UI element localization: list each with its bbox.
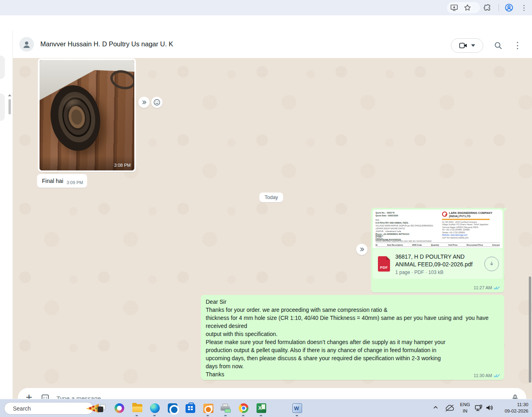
message-photo[interactable]: 3:08 PM [40,60,134,170]
chat-search-icon[interactable] [492,39,505,52]
running-indicator [153,415,156,416]
file-explorer-icon[interactable] [131,402,143,414]
chat-list-rail [0,31,13,414]
company-logo [442,212,447,217]
message-timestamp: 3:09 PM [67,180,83,185]
rail-scroll-up-arrow[interactable] [8,94,11,96]
taskbar-search-input[interactable] [13,405,86,412]
chat-scrollbar-thumb[interactable] [529,276,531,383]
forward-message-button[interactable] [138,97,150,108]
message-timestamp: 11:30 AM [474,373,492,378]
forward-icon [358,246,365,253]
running-indicator [260,415,262,416]
tray-date: 09-02-2026 [505,408,528,414]
document-filename: 36817, H D POULTRY AND ANIMAL FEED,09-02… [395,253,481,268]
pdf-preview-body: Subject : Dear Sir, Unless otherwise req… [376,234,500,243]
install-app-icon[interactable] [449,3,459,12]
chat-list-item-edge[interactable] [0,56,5,79]
message-text: Final hai [42,177,63,185]
video-call-button[interactable] [451,38,483,53]
edge-icon[interactable] [149,402,161,414]
volume-icon[interactable] [485,404,494,411]
smiley-icon [153,98,161,106]
chat-menu-icon[interactable]: ⋮ [511,39,524,52]
chat-header: Manvver Hussain H. D Poultry Us nagar U.… [13,31,532,58]
onedrive-paused-icon[interactable] [444,404,455,412]
read-receipt-icon [493,373,500,378]
running-indicator [224,415,227,416]
browser-toolbar: ⋮ [0,0,532,15]
excel-icon[interactable] [256,402,267,414]
taskbar-search-box[interactable] [4,402,94,415]
text-message: Final hai 3:09 PM [37,174,87,188]
pdf-preview[interactable]: Quote No. : 36817 R Quote Date : 09/02/2… [373,210,503,248]
microsoft-store-icon[interactable] [185,402,196,414]
download-icon [488,260,496,268]
rail-scrollbar-thumb[interactable] [8,99,11,114]
tray-time: 11:30 [505,401,528,408]
extensions-icon[interactable] [483,3,492,12]
download-button[interactable] [484,257,499,271]
task-view-icon[interactable] [96,402,107,414]
chat-list-item-edge[interactable] [0,93,5,121]
chevron-down-icon [471,44,475,47]
outlook-new-icon[interactable] [167,402,178,414]
contact-avatar[interactable] [19,37,34,52]
document-file-row[interactable]: PDF 36817, H D POULTRY AND ANIMAL FEED,0… [373,249,503,279]
video-camera-icon [459,42,468,49]
language-indicator[interactable]: ENG IN [459,401,471,414]
pdf-preview-table-header: Sr. Item Description HSN Code Quantity U… [376,243,500,247]
outlook-classic-icon[interactable] [202,402,214,414]
orange-rule [442,219,490,220]
document-message: Quote No. : 36817 R Quote Date : 09/02/2… [371,208,504,293]
message-text: Dear Sir Thanks for your order. we are p… [206,298,499,378]
clock-date[interactable]: 11:30 09-02-2026 [505,401,528,414]
read-receipt-icon [493,286,500,290]
network-icon[interactable] [474,404,483,412]
whatsapp-window: Manvver Hussain H. D Poultry Us nagar U.… [0,15,532,399]
pdf-file-icon: PDF [378,256,390,272]
running-indicator [296,415,298,416]
screen: ⋮ Manvver Hussain H. D Poultry Us nagar … [0,0,532,417]
date-divider: Today [259,193,283,202]
forward-message-button[interactable] [356,244,367,255]
tray-chevron-up-icon[interactable] [432,404,439,411]
running-indicator [207,415,209,416]
long-text-message: Dear Sir Thanks for your order. we are p… [201,295,504,380]
copilot-icon[interactable] [114,402,125,414]
forward-icon [140,99,148,106]
document-meta: 1 page · PDF · 103 kB [395,270,481,275]
bookmark-star-icon[interactable] [463,3,472,12]
word-icon[interactable] [292,402,303,414]
browser-menu-icon[interactable]: ⋮ [519,3,529,12]
toolbar-divider [499,4,499,11]
person-icon [22,39,31,49]
printer-icon[interactable] [220,402,232,414]
browser-profile-icon[interactable] [504,3,514,12]
chrome-icon[interactable] [238,402,249,414]
image-message[interactable]: 3:08 PM [38,58,136,172]
message-timestamp: 3:08 PM [114,163,131,168]
react-emoji-button[interactable] [151,97,163,108]
running-indicator [242,415,244,416]
conversation-panel: 3:08 PM Final hai 3:09 PM Today [13,58,532,414]
running-indicator [136,415,138,416]
windows-taskbar: ENG IN 11:30 09-02-2026 [0,399,532,417]
message-timestamp: 11:27 AM [474,285,492,290]
contact-name[interactable]: Manvver Hussain H. D Poultry Us nagar U.… [40,40,173,48]
